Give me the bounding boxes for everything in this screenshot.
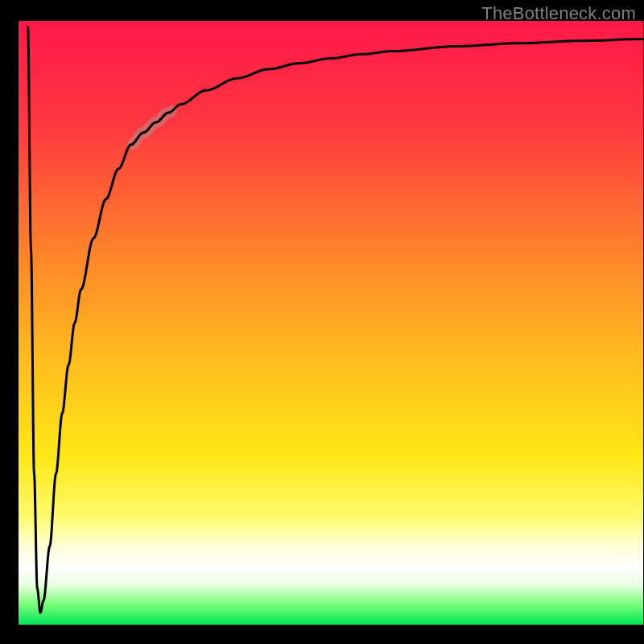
gradient-panel [19,21,643,625]
chart-container: TheBottleneck.com [0,0,644,644]
chart-svg [0,0,644,644]
attribution-label: TheBottleneck.com [481,3,636,24]
